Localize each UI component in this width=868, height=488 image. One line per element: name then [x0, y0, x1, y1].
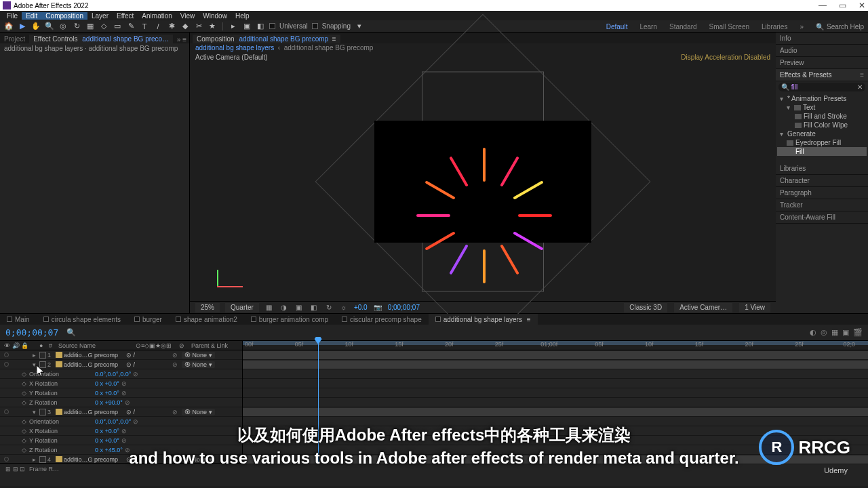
- zoom-dropdown[interactable]: 25%: [195, 303, 220, 312]
- selection-tool-icon[interactable]: ▶: [18, 22, 27, 31]
- ep-node-generate[interactable]: ▾Generate: [777, 129, 867, 138]
- play-control-icon[interactable]: ▸: [229, 22, 238, 31]
- orbit-tool-icon[interactable]: ◎: [58, 22, 68, 31]
- menu-window[interactable]: Window: [199, 12, 231, 20]
- timeline-tab-shapeanim[interactable]: shape animation2: [169, 314, 244, 325]
- blur-icon[interactable]: ◎: [821, 328, 827, 337]
- preview-panel-header[interactable]: Preview: [776, 57, 868, 69]
- timeline-tab-ciscular[interactable]: ciscular precomp shape: [335, 314, 429, 325]
- project-tab[interactable]: Project: [0, 35, 29, 43]
- draft3d-icon[interactable]: ▣: [842, 328, 849, 337]
- menu-view[interactable]: View: [176, 12, 199, 20]
- eraser-tool-icon[interactable]: ◆: [180, 22, 190, 31]
- brush-tool-icon[interactable]: /: [153, 22, 163, 31]
- workspace-overflow-icon[interactable]: »: [800, 23, 804, 30]
- panel-menu-icon[interactable]: ≡: [860, 71, 864, 79]
- rect-tool-icon[interactable]: ▭: [113, 22, 122, 31]
- camera-dropdown[interactable]: Active Camer…: [674, 303, 732, 312]
- close-button[interactable]: ✕: [859, 1, 865, 10]
- graph-icon[interactable]: ▦: [831, 328, 838, 337]
- zoom-tool-icon[interactable]: 🔍: [45, 22, 54, 31]
- universal-check[interactable]: [269, 23, 275, 29]
- effect-controls-tab[interactable]: Effect Controls additional shape BG prec…: [29, 35, 173, 43]
- layer-row-3[interactable]: ▾ 3 additio…G precomp ⊙ / ⊘ ⦿ None ▾: [0, 407, 242, 417]
- paragraph-panel-header[interactable]: Paragraph: [776, 187, 868, 199]
- libraries-panel-header[interactable]: Libraries: [776, 163, 868, 175]
- timeline-tab-main[interactable]: Main: [0, 314, 37, 325]
- snapshot-icon[interactable]: 📷: [373, 304, 382, 311]
- menu-composition[interactable]: Composition: [41, 12, 87, 20]
- effect-controls-link[interactable]: additional shape BG preco…: [82, 35, 169, 43]
- prop-orientation-2[interactable]: ◇Orientation0.0°,0.0°,0.0°⊘: [0, 369, 242, 379]
- minimize-button[interactable]: —: [818, 1, 827, 10]
- exposure-icon[interactable]: ☼: [339, 304, 349, 311]
- menu-layer[interactable]: Layer: [87, 12, 113, 20]
- pen-tool-icon[interactable]: ✎: [126, 22, 136, 31]
- character-panel-header[interactable]: Character: [776, 175, 868, 187]
- search-placeholder[interactable]: Search Help: [827, 23, 864, 30]
- effects-presets-header[interactable]: Effects & Presets ≡: [776, 69, 868, 81]
- menu-file[interactable]: File: [3, 12, 22, 20]
- workspace-standard[interactable]: Standard: [669, 23, 697, 30]
- prop-zrot-2[interactable]: ◇Z Rotation0 x +90.0°⊘: [0, 398, 242, 407]
- type-tool-icon[interactable]: T: [140, 22, 149, 31]
- cube-icon[interactable]: ▣: [242, 22, 252, 31]
- workspace-small[interactable]: Small Screen: [709, 23, 749, 30]
- region-icon[interactable]: ▣: [294, 304, 304, 311]
- clone-tool-icon[interactable]: ✱: [167, 22, 176, 31]
- timeline-tab-circula[interactable]: circula shape elements: [37, 314, 127, 325]
- ep-node-fill[interactable]: Fill: [777, 147, 867, 156]
- mask-icon[interactable]: ◑: [279, 304, 289, 311]
- ep-node-fill-color-wipe[interactable]: Fill Color Wipe: [777, 121, 867, 129]
- maximize-button[interactable]: ▭: [839, 1, 846, 10]
- cube3d-icon[interactable]: ◧: [256, 22, 265, 31]
- rotate-tool-icon[interactable]: ↻: [72, 22, 81, 31]
- timeline-search-icon[interactable]: 🔍: [66, 328, 76, 337]
- views-dropdown[interactable]: 1 View: [739, 303, 770, 312]
- camera-tool-icon[interactable]: ▦: [85, 22, 95, 31]
- timeline-ruler[interactable]: 00f 05f 10f 15f 20f 25f 01;00f 05f 10f 1…: [243, 341, 868, 350]
- puppet-tool-icon[interactable]: ★: [208, 22, 217, 31]
- composition-tab[interactable]: Composition additional shape BG precomp …: [193, 35, 340, 43]
- timeline-tab-burgercomp[interactable]: burger animation comp: [244, 314, 335, 325]
- menu-animation[interactable]: Animation: [138, 12, 176, 20]
- timeline-timecode[interactable]: 0;00;00;07: [5, 327, 58, 338]
- layer-row-2[interactable]: ▾ 2 additio…G precomp ⊙ / ⊘ ⦿ None ▾: [0, 360, 242, 369]
- snapping-check[interactable]: [312, 23, 318, 29]
- workspace-libraries[interactable]: Libraries: [762, 23, 787, 30]
- hand-tool-icon[interactable]: ✋: [31, 22, 41, 31]
- snap-opts-icon[interactable]: ▾: [355, 22, 364, 31]
- composition-viewer[interactable]: [190, 62, 776, 301]
- timeline-tab-additional[interactable]: additional bg shape layers ≡: [429, 314, 538, 325]
- menu-help[interactable]: Help: [231, 12, 254, 20]
- reset-icon[interactable]: ↻: [324, 304, 334, 311]
- workspace-learn[interactable]: Learn: [639, 23, 657, 30]
- main-menu[interactable]: File Edit Composition Layer Effect Anima…: [0, 11, 868, 20]
- ep-node-fill-and-stroke[interactable]: Fill and Stroke: [777, 112, 867, 121]
- render-icon[interactable]: 🎬: [853, 328, 863, 337]
- renderer-dropdown[interactable]: Classic 3D: [624, 303, 667, 312]
- layer-row-1[interactable]: ▸ 1 additio…G precomp ⊙ / ⊘ ⦿ None ▾: [0, 350, 242, 360]
- menu-effect[interactable]: Effect: [113, 12, 138, 20]
- menu-edit[interactable]: Edit: [22, 12, 41, 20]
- transparency-grid-icon[interactable]: ▦: [264, 304, 274, 311]
- exposure-value[interactable]: +0.0: [354, 304, 368, 311]
- effects-presets-search[interactable]: 🔍 fill ✕: [778, 83, 865, 92]
- panel-overflow-icon[interactable]: » ≡: [174, 36, 189, 43]
- tracker-panel-header[interactable]: Tracker: [776, 199, 868, 211]
- channels-icon[interactable]: ◧: [309, 304, 319, 311]
- prop-yrot-2[interactable]: ◇Y Rotation0 x +0.0°⊘: [0, 388, 242, 398]
- roto-tool-icon[interactable]: ✂: [194, 22, 203, 31]
- resolution-dropdown[interactable]: Quarter: [225, 303, 259, 312]
- audio-panel-header[interactable]: Audio: [776, 45, 868, 57]
- breadcrumb-1[interactable]: additional bg shape layers: [195, 44, 274, 52]
- anchor-tool-icon[interactable]: ◇: [99, 22, 108, 31]
- workspace-default[interactable]: Default: [606, 23, 628, 30]
- ep-node-eyedropper[interactable]: Eyedropper Fill: [777, 138, 867, 147]
- home-icon[interactable]: 🏠: [4, 22, 14, 31]
- ep-node-animation-presets[interactable]: ▾* Animation Presets: [777, 94, 867, 103]
- prop-xrot-2[interactable]: ◇X Rotation0 x +0.0°⊘: [0, 379, 242, 388]
- composition-link[interactable]: additional shape BG precomp: [239, 35, 328, 43]
- ep-node-text[interactable]: ▾Text: [777, 103, 867, 112]
- info-panel-header[interactable]: Info: [776, 33, 868, 45]
